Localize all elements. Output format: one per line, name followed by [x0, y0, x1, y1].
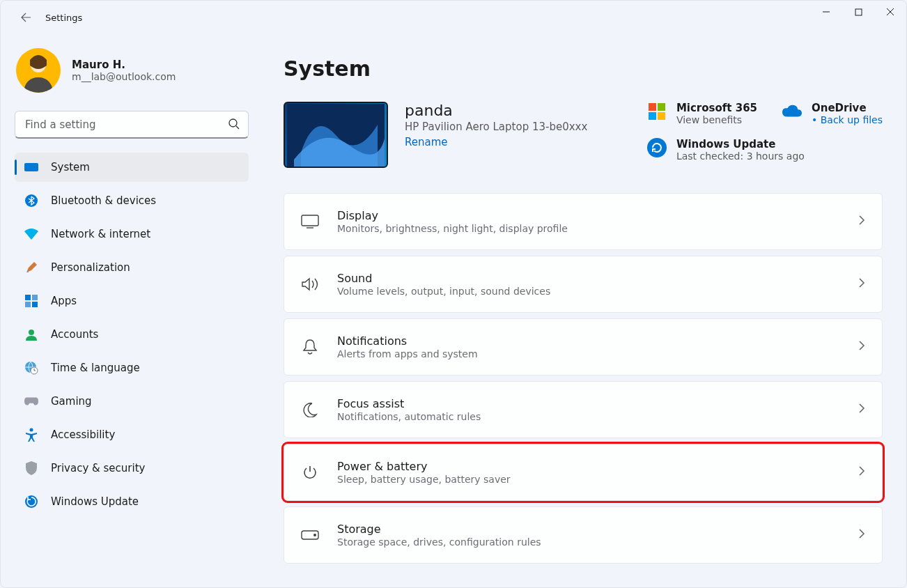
svg-rect-5: [25, 295, 31, 300]
svg-rect-3: [24, 163, 38, 171]
power-icon: [301, 463, 319, 481]
row-title: Focus assist: [337, 397, 840, 410]
nav-label: System: [51, 161, 90, 173]
chevron-right-icon: [858, 528, 865, 542]
card-microsoft-365[interactable]: Microsoft 365 View benefits: [647, 102, 757, 125]
settings-window: Settings Mauro H. m__lab@outlook.com: [0, 0, 907, 588]
nav-label: Gaming: [51, 395, 92, 408]
nav-label: Time & language: [51, 362, 140, 374]
bell-icon: [301, 338, 319, 356]
nav-item-personalization[interactable]: Personalization: [15, 253, 249, 282]
search-box: [15, 111, 249, 139]
svg-rect-15: [649, 103, 656, 111]
nav-item-gaming[interactable]: Gaming: [15, 387, 249, 416]
window-controls: [810, 1, 906, 23]
card-title: OneDrive: [812, 102, 883, 114]
apps-icon: [24, 294, 38, 308]
main-content: System panda HP Pavilion Aero Laptop 13-…: [263, 34, 906, 588]
svg-point-2: [229, 119, 237, 127]
nav-item-update[interactable]: Windows Update: [15, 487, 249, 516]
card-onedrive[interactable]: OneDrive Back up files: [782, 102, 883, 125]
gamepad-icon: [24, 394, 38, 408]
profile-email: m__lab@outlook.com: [72, 71, 176, 82]
person-icon: [24, 327, 38, 341]
row-sound[interactable]: Sound Volume levels, output, input, soun…: [284, 256, 883, 313]
nav-list: System Bluetooth & devices Network & int…: [15, 153, 249, 516]
sidebar: Mauro H. m__lab@outlook.com System Bluet…: [1, 34, 263, 588]
header-cards: Microsoft 365 View benefits OneDrive Bac…: [647, 102, 883, 162]
back-arrow-icon: [20, 12, 31, 23]
row-title: Storage: [337, 523, 840, 536]
minimize-button[interactable]: [810, 1, 842, 23]
row-sub: Storage space, drives, configuration rul…: [337, 536, 840, 548]
row-sub: Monitors, brightness, night light, displ…: [337, 223, 840, 234]
svg-point-21: [314, 534, 316, 536]
svg-rect-17: [649, 112, 656, 120]
device-info: panda HP Pavilion Aero Laptop 13-be0xxx …: [405, 102, 587, 148]
search-icon: [228, 118, 240, 133]
nav-label: Network & internet: [51, 228, 150, 240]
nav-item-time[interactable]: Time & language: [15, 353, 249, 382]
onedrive-icon: [782, 102, 802, 121]
chevron-right-icon: [858, 277, 865, 291]
settings-rows: Display Monitors, brightness, night ligh…: [284, 193, 883, 564]
shield-icon: [24, 461, 38, 475]
card-title: Windows Update: [676, 138, 805, 150]
close-button[interactable]: [874, 1, 906, 23]
row-title: Notifications: [337, 334, 840, 348]
microsoft-logo-icon: [647, 102, 667, 121]
device-name: panda: [405, 102, 587, 119]
chevron-right-icon: [858, 465, 865, 479]
nav-item-network[interactable]: Network & internet: [15, 219, 249, 249]
card-sub: Back up files: [812, 114, 883, 125]
search-input[interactable]: [15, 111, 249, 139]
svg-point-9: [29, 330, 34, 335]
desktop-thumbnail[interactable]: [284, 102, 388, 168]
app-title: Settings: [45, 13, 82, 23]
nav-item-apps[interactable]: Apps: [15, 286, 249, 316]
maximize-button[interactable]: [842, 1, 874, 23]
row-display[interactable]: Display Monitors, brightness, night ligh…: [284, 193, 883, 250]
row-sub: Notifications, automatic rules: [337, 411, 840, 422]
system-icon: [24, 160, 38, 174]
sound-icon: [301, 275, 319, 293]
svg-rect-0: [855, 9, 862, 15]
accessibility-icon: [24, 428, 38, 442]
nav-label: Bluetooth & devices: [51, 194, 156, 207]
nav-label: Privacy & security: [51, 462, 145, 474]
nav-label: Windows Update: [51, 495, 139, 508]
row-sub: Alerts from apps and system: [337, 348, 840, 359]
row-title: Display: [337, 209, 840, 222]
nav-item-system[interactable]: System: [15, 153, 249, 182]
chevron-right-icon: [858, 403, 865, 417]
paintbrush-icon: [24, 261, 38, 274]
chevron-right-icon: [858, 215, 865, 229]
row-sub: Sleep, battery usage, battery saver: [337, 474, 840, 485]
row-power-battery[interactable]: Power & battery Sleep, battery usage, ba…: [284, 444, 883, 501]
svg-point-12: [30, 428, 33, 432]
row-focus-assist[interactable]: Focus assist Notifications, automatic ru…: [284, 381, 883, 438]
svg-rect-19: [302, 215, 318, 226]
bluetooth-icon: [24, 194, 38, 208]
card-windows-update[interactable]: Windows Update Last checked: 3 hours ago: [647, 138, 883, 162]
rename-link[interactable]: Rename: [405, 136, 587, 148]
profile-name: Mauro H.: [72, 59, 176, 71]
refresh-icon: [647, 138, 667, 157]
nav-label: Accounts: [51, 328, 98, 341]
card-title: Microsoft 365: [676, 102, 757, 114]
nav-label: Personalization: [51, 261, 130, 274]
profile-block[interactable]: Mauro H. m__lab@outlook.com: [16, 48, 249, 93]
card-sub: View benefits: [676, 114, 757, 125]
chevron-right-icon: [858, 340, 865, 354]
row-storage[interactable]: Storage Storage space, drives, configura…: [284, 506, 883, 564]
page-title: System: [284, 56, 883, 81]
back-button[interactable]: [13, 5, 38, 30]
row-title: Sound: [337, 272, 840, 285]
nav-item-bluetooth[interactable]: Bluetooth & devices: [15, 186, 249, 215]
nav-item-privacy[interactable]: Privacy & security: [15, 454, 249, 483]
svg-rect-8: [32, 302, 38, 307]
nav-item-accessibility[interactable]: Accessibility: [15, 420, 249, 449]
nav-item-accounts[interactable]: Accounts: [15, 320, 249, 349]
storage-icon: [301, 526, 319, 544]
row-notifications[interactable]: Notifications Alerts from apps and syste…: [284, 318, 883, 376]
